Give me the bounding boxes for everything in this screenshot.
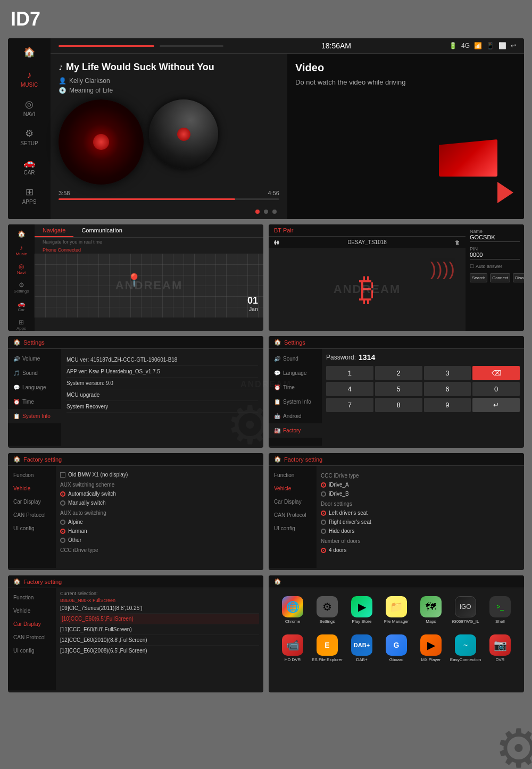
fac1-display[interactable]: Car Display [8,495,56,508]
disp-item-0[interactable]: [09]CIC_7Series(2011)(8.8',10.25') [60,603,259,614]
four-doors-option[interactable]: 4 doors [321,546,520,555]
num-3[interactable]: 3 [424,366,471,380]
bt-auto-answer[interactable]: ☐ Auto answer [470,264,520,269]
app-dab[interactable]: DAB+ DAB+ [346,634,378,662]
hide-doors-option[interactable]: Hide doors [321,526,520,536]
nav-apps[interactable]: ⊞ APPS [8,181,51,210]
bt-disconnect-btn[interactable]: Discon... [513,273,524,282]
settings-sysinfo[interactable]: 📋 System Info [8,409,61,423]
app-playstore[interactable]: ▶ Play Store [346,596,378,624]
fac2-ui[interactable]: UI config [269,522,317,535]
disp-ui[interactable]: UI config [8,644,56,657]
gboard-icon: G [386,634,407,656]
num-6[interactable]: 6 [424,382,471,396]
time-start: 3:58 [59,190,70,196]
disp-item-1[interactable]: [10]CCC_E60(6.5',FullScreen) [60,614,259,624]
nav-sidebar-apps[interactable]: ⊞ Apps [15,315,27,331]
bt-connect-btn[interactable]: Connect [490,273,510,282]
back-icon[interactable]: ↩ [511,42,516,49]
num-1[interactable]: 1 [326,366,373,380]
dot-1[interactable] [255,210,260,214]
fac2-function[interactable]: Function [269,469,317,482]
settings-time[interactable]: ⏰ Time [8,395,61,409]
fac1-ui[interactable]: UI config [8,522,56,535]
settings-volume[interactable]: 🔊 Volume [8,352,61,366]
disp-vehicle[interactable]: Vehicle [8,604,56,617]
fac2-display[interactable]: Car Display [269,495,317,508]
bt-pin-value[interactable]: 0000 [470,252,520,260]
dot-2[interactable] [264,210,268,214]
fac2-vehicle[interactable]: Vehicle [269,482,317,495]
num-4[interactable]: 4 [326,382,373,396]
num-2[interactable]: 2 [375,366,422,380]
num-enter[interactable]: ↵ [472,398,520,412]
idrive-a-option[interactable]: iDrive_A [321,480,520,489]
s2-time[interactable]: ⏰ Time [269,380,322,395]
disp-function[interactable]: Function [8,591,56,604]
harman-option[interactable]: Harman [60,526,259,536]
nav-sidebar-settings[interactable]: ⚙ Settings [13,278,30,297]
alpine-option[interactable]: Alpine [60,517,259,526]
play-button[interactable] [497,182,513,203]
other-option[interactable]: Other [60,536,259,545]
tab-communication[interactable]: Communication [73,224,130,237]
right-seat-option[interactable]: Right driver's seat [321,517,520,526]
bt-name-value[interactable]: GOCSDK [470,234,520,242]
app-filemanager[interactable]: 📁 File Manager [380,596,412,624]
num-0[interactable]: 0 [472,382,520,396]
s2-sound[interactable]: 🔊 Sound [269,352,322,366]
nav-sidebar-home[interactable]: 🏠 [16,227,27,241]
app-maps[interactable]: 🗺 Maps [415,596,447,624]
left-seat-option[interactable]: Left driver's seat [321,508,520,517]
fac1-vehicle[interactable]: Vehicle [8,482,56,495]
nav-home[interactable]: 🏠 [8,41,51,64]
dot-3[interactable] [272,210,277,214]
nav-sidebar-car[interactable]: 🚗 Car [16,297,27,315]
num-8[interactable]: 8 [375,398,422,412]
app-settings[interactable]: ⚙ Settings [311,596,343,624]
app-gboard[interactable]: G Gboard [380,634,412,662]
num-5[interactable]: 5 [375,382,422,396]
s2-android[interactable]: 🤖 Android [269,409,322,423]
disp-item-3[interactable]: [12]CCC_E60(2010)(8.8',FullScreen) [60,635,259,646]
app-igo[interactable]: iGO iG0687WG_IL [450,596,481,624]
app-shell[interactable]: >_ Shell [484,596,516,624]
s2-factory[interactable]: 🏭 Factory [269,423,322,438]
disp-item-4[interactable]: [13]CCC_E60(2008)(6.5',FullScreen) [60,646,259,656]
nav-car[interactable]: 🚗 CAR [8,152,51,181]
num-del[interactable]: ⌫ [472,366,520,380]
disp-item-2[interactable]: [11]CCC_E60(8.8',FullScreen) [60,624,259,635]
app-es[interactable]: E ES File Explorer [311,634,343,662]
app-hddvr[interactable]: 📹 HD DVR [277,634,309,662]
app-easyconn[interactable]: ~ EasyConnection [450,634,481,662]
disp-cardisplay[interactable]: Car Display [8,617,56,631]
s2-language[interactable]: 💬 Language [269,366,322,380]
nav-music[interactable]: ♪ MUSIC [8,64,51,93]
num-7[interactable]: 7 [326,398,373,412]
bt-delete-icon[interactable]: 🗑 [455,239,460,245]
nav-sidebar-music[interactable]: ♪ Music [15,241,28,260]
bt-icon-area: ANDREAM ₿ )))) [269,248,466,331]
app-chrome[interactable]: 🌐 Chrome [277,596,309,624]
app-dvr2[interactable]: 📷 DVR [484,634,516,662]
s2-sysinfo[interactable]: 📋 System Info [269,395,322,409]
settings-language[interactable]: 💬 Language [8,380,61,395]
nav-sidebar-navi[interactable]: ◎ Navi [16,260,27,278]
num-9[interactable]: 9 [424,398,471,412]
fac1-can[interactable]: CAN Protocol [8,508,56,522]
app-mxplayer[interactable]: ▶ MX Player [415,634,447,662]
progress-track[interactable] [59,198,279,200]
old-bmw-option[interactable]: Old BMW X1 (no display) [60,470,259,479]
auto-switch-option[interactable]: Automatically switch [60,489,259,498]
nav-navi[interactable]: ◎ NAVI [8,93,51,122]
nav-setup[interactable]: ⚙ SETUP [8,122,51,152]
idrive-b-option[interactable]: iDrive_B [321,489,520,498]
fac2-can[interactable]: CAN Protocol [269,508,317,522]
manual-switch-option[interactable]: Manually switch [60,498,259,507]
tab-navigate[interactable]: Navigate [35,224,73,237]
hddvr-label: HD DVR [285,657,301,662]
bt-search-btn[interactable]: Search [470,273,487,282]
settings-sound[interactable]: 🎵 Sound [8,366,61,380]
fac1-function[interactable]: Function [8,469,56,482]
disp-can[interactable]: CAN Protocol [8,631,56,644]
